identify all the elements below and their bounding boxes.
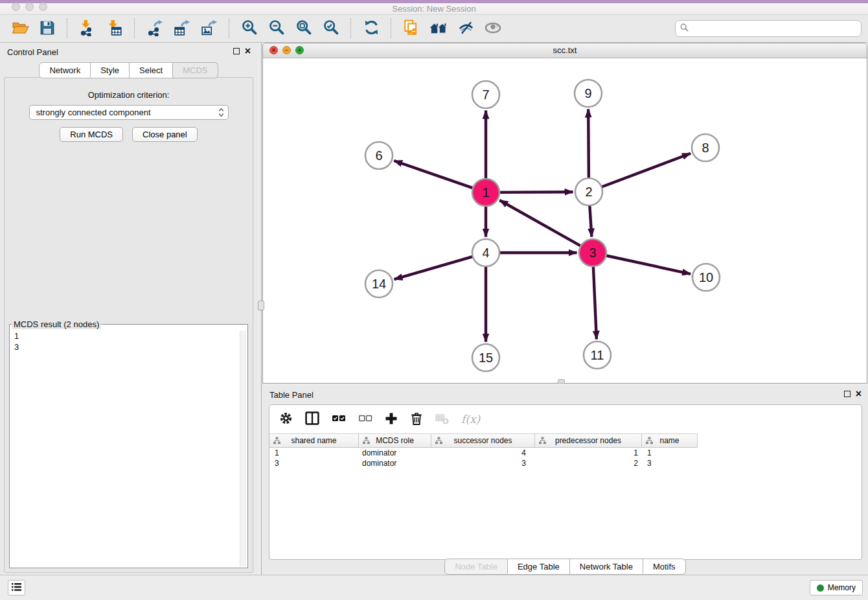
open-session-button[interactable] [8, 17, 32, 40]
optimization-select[interactable]: strongly connected component [29, 105, 229, 120]
network-maximize-icon[interactable]: + [295, 46, 304, 54]
table-row[interactable]: 3dominator323 [269, 458, 862, 468]
deselect-all-columns-button[interactable] [358, 414, 372, 425]
search-field[interactable] [675, 20, 862, 37]
refresh-button[interactable] [360, 17, 383, 40]
window-minimize-button[interactable] [25, 3, 34, 11]
hide-details-button[interactable] [454, 17, 477, 40]
table-panel-tabs: Node TableEdge TableNetwork TableMotifs [262, 559, 868, 575]
tab-edge-table[interactable]: Edge Table [508, 559, 570, 575]
tab-network[interactable]: Network [39, 62, 91, 78]
select-all-columns-icon [332, 414, 346, 425]
delete-columns-button[interactable] [410, 411, 423, 428]
column-label: successor nodes [453, 436, 512, 445]
create-column-button[interactable] [385, 412, 398, 427]
main-toolbar [6, 17, 507, 40]
show-columns-button[interactable] [305, 411, 319, 427]
tab-style[interactable]: Style [91, 62, 130, 78]
run-mcds-button[interactable]: Run MCDS [60, 127, 123, 142]
network-window-title: scc.txt [263, 43, 867, 58]
graph-edge-1-2[interactable] [498, 192, 573, 192]
export-network-button[interactable] [143, 17, 166, 40]
delete-table-button[interactable] [435, 413, 449, 426]
column-label: predecessor nodes [555, 436, 621, 445]
mcds-result-node: 3 [11, 341, 240, 352]
graph-edge-3-10[interactable] [605, 255, 691, 274]
export-table-button[interactable] [170, 17, 194, 40]
graph-edge-3-11[interactable] [593, 265, 597, 340]
column-header-successor-nodes[interactable]: successor nodes [431, 434, 535, 447]
import-table-button[interactable] [103, 17, 126, 40]
svg-text:7: 7 [482, 87, 489, 102]
tab-select[interactable]: Select [130, 62, 173, 78]
home-button[interactable] [427, 17, 450, 40]
graph-node-10[interactable]: 10 [692, 264, 720, 291]
control-panel-float-icon[interactable] [233, 48, 240, 54]
select-all-columns-button[interactable] [332, 414, 346, 425]
svg-text:1: 1 [482, 185, 489, 200]
graph-node-15[interactable]: 15 [472, 344, 499, 371]
mcds-result-scrollbar[interactable] [240, 330, 246, 566]
graph-edge-3-1[interactable] [499, 200, 582, 247]
graph-edge-2-8[interactable] [600, 154, 691, 188]
memory-button[interactable]: Memory [810, 580, 863, 595]
column-header-name[interactable]: name [642, 434, 698, 447]
graph-node-11[interactable]: 11 [584, 341, 611, 369]
export-table-icon [174, 19, 190, 38]
svg-text:8: 8 [702, 141, 709, 155]
graph-edge-1-6[interactable] [394, 161, 474, 189]
zoom-out-button[interactable] [265, 17, 288, 40]
search-icon [680, 23, 689, 34]
graph-node-8[interactable]: 8 [692, 134, 719, 161]
search-input[interactable] [692, 23, 856, 34]
column-header-shared-name[interactable]: shared name [269, 434, 359, 447]
graph-edge-2-9[interactable] [588, 110, 589, 180]
window-zoom-button[interactable] [39, 3, 47, 11]
graph-node-4[interactable]: 4 [472, 239, 499, 266]
graph-node-14[interactable]: 14 [365, 270, 393, 297]
graph-node-9[interactable]: 9 [575, 80, 602, 107]
column-header-predecessor-nodes[interactable]: predecessor nodes [535, 434, 642, 447]
graph-node-6[interactable]: 6 [365, 142, 393, 169]
import-network-button[interactable] [76, 17, 99, 40]
network-window-titlebar[interactable]: × − + scc.txt [263, 43, 867, 58]
window-close-button[interactable] [12, 3, 20, 11]
tab-node-table[interactable]: Node Table [444, 559, 508, 575]
table-panel-close-icon[interactable]: × [856, 390, 862, 397]
chevron-up-down-icon [218, 108, 224, 117]
function-builder-button[interactable]: f(x) [461, 413, 480, 426]
zoom-selected-button[interactable] [319, 17, 343, 40]
export-image-button[interactable] [198, 17, 221, 40]
graph-node-2[interactable]: 2 [575, 178, 602, 205]
graph-node-1[interactable]: 1 [472, 179, 499, 206]
control-panel-close-icon[interactable]: × [245, 47, 251, 54]
panel-splitter-grip[interactable] [258, 301, 264, 310]
column-label: name [659, 436, 679, 445]
show-details-button[interactable] [481, 17, 505, 40]
tab-network-table[interactable]: Network Table [570, 559, 643, 575]
tab-motifs[interactable]: Motifs [643, 559, 686, 575]
horizontal-splitter-grip[interactable] [558, 379, 565, 384]
zoom-fit-button[interactable] [292, 17, 315, 40]
graph-node-7[interactable]: 7 [472, 81, 499, 108]
column-header-mcds-role[interactable]: MCDS role [359, 434, 431, 447]
save-session-button[interactable] [36, 17, 59, 40]
copy-network-button[interactable] [400, 17, 423, 40]
tab-mcds[interactable]: MCDS [173, 62, 218, 78]
hide-details-icon [457, 19, 475, 38]
graph-edge-4-14[interactable] [394, 256, 474, 279]
close-panel-button[interactable]: Close panel [132, 127, 198, 142]
mcds-result-title: MCDS result (2 nodes) [12, 319, 101, 329]
network-canvas[interactable]: 7 9 6 8 1 2 4 3 14 10 15 11 [263, 58, 867, 383]
mcds-actions: Run MCDS Close panel [5, 127, 253, 142]
table-panel-float-icon[interactable] [844, 391, 851, 397]
table-options-button[interactable] [279, 411, 293, 427]
zoom-in-button[interactable] [238, 17, 261, 40]
graph-edge-2-3[interactable] [589, 204, 591, 237]
table-row[interactable]: 1dominator411 [269, 448, 862, 458]
table-panel: Table Panel × f(x) shared nameMCDS roles… [262, 386, 868, 575]
task-history-button[interactable] [8, 580, 25, 595]
graph-node-3[interactable]: 3 [579, 239, 606, 266]
network-minimize-icon[interactable]: − [282, 46, 291, 54]
network-close-icon[interactable]: × [269, 46, 278, 54]
